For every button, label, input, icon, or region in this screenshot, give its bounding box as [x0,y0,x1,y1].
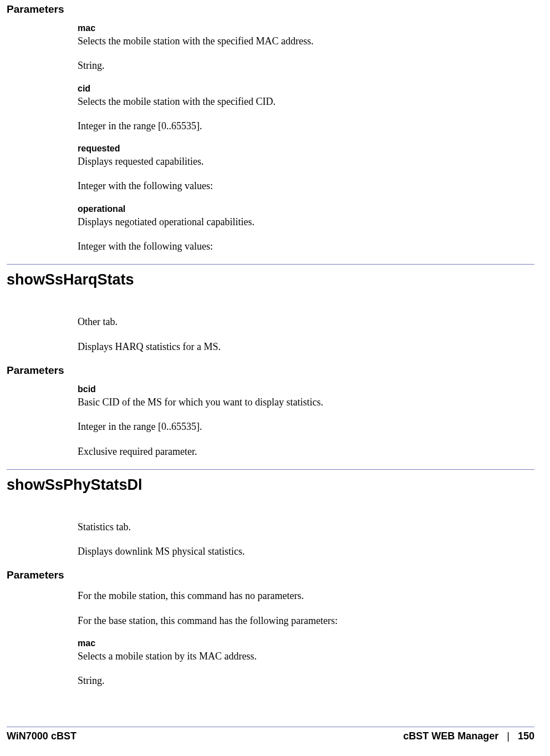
param-text: Basic CID of the MS for which you want t… [78,395,534,409]
parameters-heading: Parameters [7,364,534,377]
param-block: bcid Basic CID of the MS for which you w… [78,384,534,458]
command-heading: showSsHarqStats [7,264,534,288]
param-text: Selects the mobile station with the spec… [78,34,534,48]
param-text: Displays negotiated operational capabili… [78,215,534,229]
param-text: Integer in the range [0..65535]. [78,420,534,433]
param-text: Selects the mobile station with the spec… [78,95,534,108]
intro-text: Other tab. [78,315,534,328]
parameters-heading: Parameters [7,3,534,16]
param-text: Exclusive required parameter. [78,445,534,458]
param-name: mac [78,638,534,648]
page-body: Parameters mac Selects the mobile statio… [0,0,550,727]
param-name: operational [78,204,534,214]
pre-text: For the mobile station, this command has… [78,589,534,602]
intro-text: Displays downlink MS physical statistics… [78,545,534,558]
param-block: mac Selects the mobile station with the … [78,23,534,253]
param-text: String. [78,674,534,687]
param-name: requested [78,144,534,154]
pre-text: For the base station, this command has t… [78,614,534,627]
footer-title: cBST WEB Manager [403,730,498,742]
param-block: For the mobile station, this command has… [78,589,534,687]
intro-text: Displays HARQ statistics for a MS. [78,340,534,353]
param-text: Selects a mobile station by its MAC addr… [78,650,534,663]
param-name: mac [78,23,534,33]
command-heading: showSsPhyStatsDl [7,469,534,494]
intro-block: Other tab. Displays HARQ statistics for … [78,315,534,353]
param-text: Displays requested capabilities. [78,155,534,168]
intro-block: Statistics tab. Displays downlink MS phy… [78,520,534,559]
param-name: cid [78,84,534,94]
param-text: Integer with the following values: [78,240,534,253]
parameters-heading: Parameters [7,569,534,581]
param-text: String. [78,59,534,72]
intro-text: Statistics tab. [78,520,534,534]
footer-page: 150 [518,730,534,742]
param-text: Integer with the following values: [78,179,534,192]
page-footer: WiN7000 cBST cBST WEB Manager | 150 [0,727,550,752]
footer-sep: | [507,730,510,742]
footer-right: cBST WEB Manager | 150 [403,730,534,742]
footer-left: WiN7000 cBST [7,730,77,742]
param-name: bcid [78,384,534,394]
param-text: Integer in the range [0..65535]. [78,119,534,133]
